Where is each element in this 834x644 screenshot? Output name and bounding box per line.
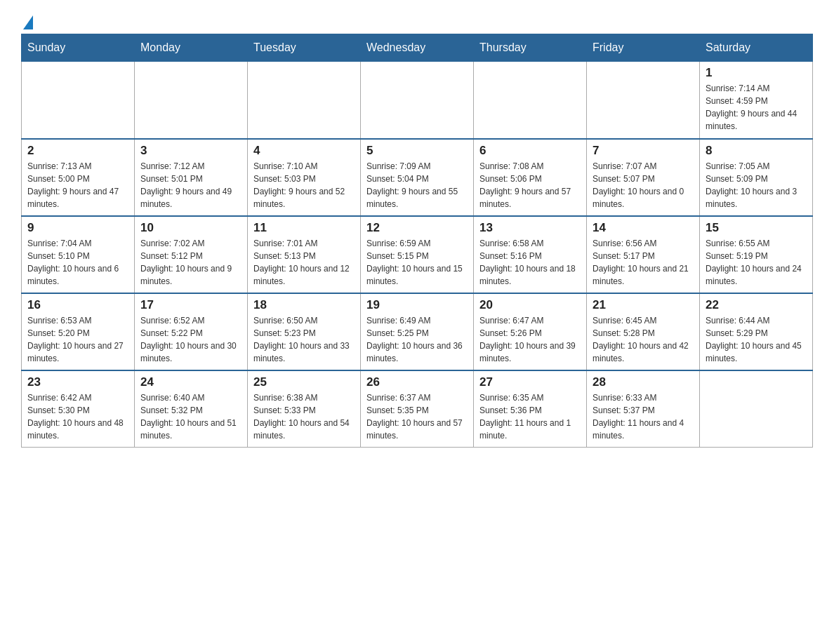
logo [21, 14, 33, 27]
cell-sun-info: Sunrise: 6:58 AMSunset: 5:16 PMDaylight:… [479, 237, 581, 288]
table-row: 18Sunrise: 6:50 AMSunset: 5:23 PMDayligh… [248, 293, 361, 370]
cell-day-number: 3 [140, 144, 241, 158]
cell-day-number: 22 [706, 298, 807, 312]
cell-day-number: 28 [593, 375, 694, 389]
cell-day-number: 9 [27, 221, 128, 235]
table-row: 27Sunrise: 6:35 AMSunset: 5:36 PMDayligh… [474, 370, 587, 448]
cell-sun-info: Sunrise: 6:47 AMSunset: 5:26 PMDaylight:… [479, 314, 581, 365]
cell-day-number: 14 [593, 221, 694, 235]
cell-sun-info: Sunrise: 6:37 AMSunset: 5:35 PMDaylight:… [366, 391, 468, 442]
cell-day-number: 27 [479, 375, 581, 389]
cell-sun-info: Sunrise: 7:02 AMSunset: 5:12 PMDaylight:… [140, 237, 241, 288]
calendar-table: Sunday Monday Tuesday Wednesday Thursday… [21, 34, 813, 448]
cell-day-number: 2 [27, 144, 128, 158]
cell-day-number: 4 [253, 144, 355, 158]
cell-sun-info: Sunrise: 6:44 AMSunset: 5:29 PMDaylight:… [706, 314, 807, 365]
table-row: 20Sunrise: 6:47 AMSunset: 5:26 PMDayligh… [474, 293, 587, 370]
page-header [21, 14, 813, 27]
table-row [135, 62, 248, 139]
table-row: 22Sunrise: 6:44 AMSunset: 5:29 PMDayligh… [700, 293, 813, 370]
table-row: 6Sunrise: 7:08 AMSunset: 5:06 PMDaylight… [474, 139, 587, 216]
calendar-week-row: 1Sunrise: 7:14 AMSunset: 4:59 PMDaylight… [22, 62, 813, 139]
calendar-week-row: 23Sunrise: 6:42 AMSunset: 5:30 PMDayligh… [22, 370, 813, 448]
cell-sun-info: Sunrise: 7:05 AMSunset: 5:09 PMDaylight:… [706, 160, 807, 210]
cell-day-number: 20 [479, 298, 581, 312]
cell-sun-info: Sunrise: 6:38 AMSunset: 5:33 PMDaylight:… [253, 391, 355, 442]
cell-sun-info: Sunrise: 7:01 AMSunset: 5:13 PMDaylight:… [253, 237, 355, 288]
cell-day-number: 12 [366, 221, 468, 235]
cell-sun-info: Sunrise: 6:40 AMSunset: 5:32 PMDaylight:… [140, 391, 241, 442]
table-row [22, 62, 135, 139]
calendar-week-row: 2Sunrise: 7:13 AMSunset: 5:00 PMDaylight… [22, 139, 813, 216]
cell-day-number: 7 [593, 144, 694, 158]
cell-day-number: 23 [27, 375, 128, 389]
calendar-header-row: Sunday Monday Tuesday Wednesday Thursday… [22, 34, 813, 62]
table-row: 3Sunrise: 7:12 AMSunset: 5:01 PMDaylight… [135, 139, 248, 216]
cell-sun-info: Sunrise: 7:12 AMSunset: 5:01 PMDaylight:… [140, 160, 241, 210]
cell-day-number: 18 [253, 298, 355, 312]
cell-sun-info: Sunrise: 7:10 AMSunset: 5:03 PMDaylight:… [253, 160, 355, 210]
cell-sun-info: Sunrise: 6:45 AMSunset: 5:28 PMDaylight:… [593, 314, 694, 365]
cell-sun-info: Sunrise: 6:49 AMSunset: 5:25 PMDaylight:… [366, 314, 468, 365]
cell-sun-info: Sunrise: 6:59 AMSunset: 5:15 PMDaylight:… [366, 237, 468, 288]
table-row: 8Sunrise: 7:05 AMSunset: 5:09 PMDaylight… [700, 139, 813, 216]
table-row: 28Sunrise: 6:33 AMSunset: 5:37 PMDayligh… [587, 370, 700, 448]
cell-day-number: 25 [253, 375, 355, 389]
table-row: 21Sunrise: 6:45 AMSunset: 5:28 PMDayligh… [587, 293, 700, 370]
cell-day-number: 24 [140, 375, 241, 389]
cell-day-number: 13 [479, 221, 581, 235]
table-row: 4Sunrise: 7:10 AMSunset: 5:03 PMDaylight… [248, 139, 361, 216]
table-row: 24Sunrise: 6:40 AMSunset: 5:32 PMDayligh… [135, 370, 248, 448]
cell-sun-info: Sunrise: 7:13 AMSunset: 5:00 PMDaylight:… [27, 160, 128, 210]
cell-sun-info: Sunrise: 7:07 AMSunset: 5:07 PMDaylight:… [593, 160, 694, 210]
table-row: 26Sunrise: 6:37 AMSunset: 5:35 PMDayligh… [361, 370, 474, 448]
cell-day-number: 11 [253, 221, 355, 235]
cell-sun-info: Sunrise: 6:56 AMSunset: 5:17 PMDaylight:… [593, 237, 694, 288]
cell-day-number: 26 [366, 375, 468, 389]
header-tuesday: Tuesday [248, 34, 361, 62]
cell-sun-info: Sunrise: 7:14 AMSunset: 4:59 PMDaylight:… [706, 82, 807, 133]
header-saturday: Saturday [700, 34, 813, 62]
table-row: 16Sunrise: 6:53 AMSunset: 5:20 PMDayligh… [22, 293, 135, 370]
table-row [474, 62, 587, 139]
cell-sun-info: Sunrise: 7:04 AMSunset: 5:10 PMDaylight:… [27, 237, 128, 288]
cell-sun-info: Sunrise: 6:35 AMSunset: 5:36 PMDaylight:… [479, 391, 581, 442]
table-row [248, 62, 361, 139]
cell-sun-info: Sunrise: 6:50 AMSunset: 5:23 PMDaylight:… [253, 314, 355, 365]
cell-day-number: 15 [706, 221, 807, 235]
cell-day-number: 5 [366, 144, 468, 158]
cell-sun-info: Sunrise: 6:33 AMSunset: 5:37 PMDaylight:… [593, 391, 694, 442]
cell-sun-info: Sunrise: 7:08 AMSunset: 5:06 PMDaylight:… [479, 160, 581, 210]
cell-day-number: 10 [140, 221, 241, 235]
table-row: 5Sunrise: 7:09 AMSunset: 5:04 PMDaylight… [361, 139, 474, 216]
header-thursday: Thursday [474, 34, 587, 62]
table-row: 11Sunrise: 7:01 AMSunset: 5:13 PMDayligh… [248, 216, 361, 293]
table-row: 7Sunrise: 7:07 AMSunset: 5:07 PMDaylight… [587, 139, 700, 216]
calendar-week-row: 16Sunrise: 6:53 AMSunset: 5:20 PMDayligh… [22, 293, 813, 370]
table-row: 14Sunrise: 6:56 AMSunset: 5:17 PMDayligh… [587, 216, 700, 293]
cell-day-number: 8 [706, 144, 807, 158]
table-row: 9Sunrise: 7:04 AMSunset: 5:10 PMDaylight… [22, 216, 135, 293]
cell-sun-info: Sunrise: 6:42 AMSunset: 5:30 PMDaylight:… [27, 391, 128, 442]
table-row: 13Sunrise: 6:58 AMSunset: 5:16 PMDayligh… [474, 216, 587, 293]
table-row: 19Sunrise: 6:49 AMSunset: 5:25 PMDayligh… [361, 293, 474, 370]
cell-sun-info: Sunrise: 6:52 AMSunset: 5:22 PMDaylight:… [140, 314, 241, 365]
cell-sun-info: Sunrise: 7:09 AMSunset: 5:04 PMDaylight:… [366, 160, 468, 210]
cell-day-number: 17 [140, 298, 241, 312]
cell-day-number: 21 [593, 298, 694, 312]
table-row: 15Sunrise: 6:55 AMSunset: 5:19 PMDayligh… [700, 216, 813, 293]
cell-sun-info: Sunrise: 6:53 AMSunset: 5:20 PMDaylight:… [27, 314, 128, 365]
cell-day-number: 1 [706, 66, 807, 80]
header-monday: Monday [135, 34, 248, 62]
header-friday: Friday [587, 34, 700, 62]
cell-day-number: 16 [27, 298, 128, 312]
cell-day-number: 6 [479, 144, 581, 158]
logo-arrow-icon [23, 15, 33, 29]
table-row: 23Sunrise: 6:42 AMSunset: 5:30 PMDayligh… [22, 370, 135, 448]
table-row: 10Sunrise: 7:02 AMSunset: 5:12 PMDayligh… [135, 216, 248, 293]
table-row: 2Sunrise: 7:13 AMSunset: 5:00 PMDaylight… [22, 139, 135, 216]
table-row [700, 370, 813, 448]
header-wednesday: Wednesday [361, 34, 474, 62]
table-row: 25Sunrise: 6:38 AMSunset: 5:33 PMDayligh… [248, 370, 361, 448]
table-row [361, 62, 474, 139]
